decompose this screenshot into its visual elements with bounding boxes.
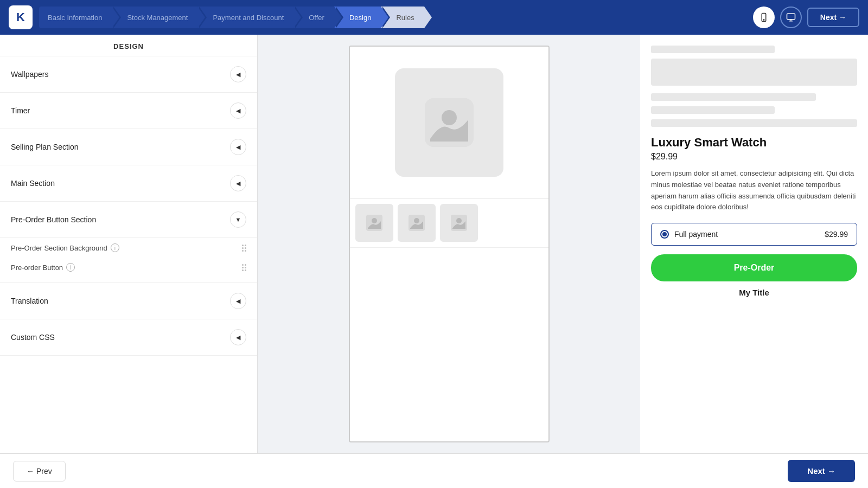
header-next-button[interactable]: Next → <box>807 8 859 27</box>
section-item-custom-css[interactable]: Custom CSS◀ <box>0 319 257 356</box>
section-toggle-timer[interactable]: ◀ <box>230 102 246 119</box>
right-panel: Luxury Smart Watch $29.99 Lorem ipsum do… <box>640 35 868 453</box>
section-toggle-wallpapers[interactable]: ◀ <box>230 66 246 82</box>
drag-handle-pre-order-section-background[interactable] <box>242 245 246 252</box>
nav-steps: Basic InformationStock ManagementPayment… <box>39 7 753 28</box>
section-toggle-pre-order-button-section[interactable]: ▼ <box>230 211 246 228</box>
logo-k: K <box>16 10 25 24</box>
logo-box: K <box>9 5 33 29</box>
sub-item-pre-order-button[interactable]: Pre-order Buttoni <box>11 258 246 277</box>
drag-handle-pre-order-button[interactable] <box>242 264 246 271</box>
section-label-wallpapers: Wallpapers <box>11 70 49 79</box>
thumbnail-3 <box>440 204 478 242</box>
product-price: $29.99 <box>651 152 857 162</box>
payment-option-box[interactable]: Full payment $29.99 <box>651 223 857 246</box>
sub-item-pre-order-section-background[interactable]: Pre-Order Section Backgroundi <box>11 238 246 258</box>
mobile-view-button[interactable] <box>753 7 775 28</box>
skeleton-3 <box>651 106 775 114</box>
sidebar-scroll[interactable]: Wallpapers◀Timer◀Selling Plan Section◀Ma… <box>0 56 257 453</box>
preorder-button-preview[interactable]: Pre-Order <box>651 254 857 281</box>
section-item-timer[interactable]: Timer◀ <box>0 93 257 129</box>
section-toggle-custom-css[interactable]: ◀ <box>230 329 246 345</box>
section-item-selling-plan-section[interactable]: Selling Plan Section◀ <box>0 129 257 165</box>
nav-step-payment-and-discount[interactable]: Payment and Discount <box>197 7 293 28</box>
section-item-translation[interactable]: Translation◀ <box>0 283 257 319</box>
nav-step-stock-management[interactable]: Stock Management <box>112 7 197 28</box>
preview-area <box>258 35 640 453</box>
payment-option-left: Full payment <box>660 230 718 239</box>
skeleton-2 <box>651 93 816 101</box>
design-sidebar: DESIGN Wallpapers◀Timer◀Selling Plan Sec… <box>0 35 258 453</box>
section-toggle-main-section[interactable]: ◀ <box>230 175 246 191</box>
info-icon-pre-order-section-background: i <box>111 243 119 252</box>
section-label-custom-css: Custom CSS <box>11 333 55 342</box>
desktop-view-button[interactable] <box>780 7 802 28</box>
section-label-main-section: Main Section <box>11 179 55 188</box>
svg-point-10 <box>414 218 419 223</box>
svg-point-12 <box>456 218 462 223</box>
svg-point-1 <box>763 20 764 21</box>
section-item-main-section[interactable]: Main Section◀ <box>0 165 257 202</box>
section-label-translation: Translation <box>11 297 48 305</box>
info-icon-pre-order-button: i <box>66 263 75 272</box>
sub-item-info-pre-order-section-background: Pre-Order Section Backgroundi <box>11 243 119 252</box>
skeleton-4 <box>651 119 857 127</box>
sidebar-title: DESIGN <box>0 35 257 56</box>
sub-item-info-pre-order-button: Pre-order Buttoni <box>11 263 75 272</box>
section-item-pre-order-button-section[interactable]: Pre-Order Button Section▼ <box>0 202 257 238</box>
section-label-pre-order-button-section: Pre-Order Button Section <box>11 215 96 224</box>
image-placeholder <box>395 68 503 177</box>
section-label-selling-plan-section: Selling Plan Section <box>11 143 79 151</box>
radio-button <box>660 230 669 239</box>
product-title: Luxury Smart Watch <box>651 136 857 150</box>
sub-items-pre-order-button-section: Pre-Order Section BackgroundiPre-order B… <box>0 238 257 283</box>
svg-point-6 <box>442 110 457 125</box>
sub-item-label-pre-order-section-background: Pre-Order Section Background <box>11 244 107 252</box>
bottom-bar: ← Prev Next → <box>0 453 868 488</box>
header-right: Next → <box>753 7 859 28</box>
app-header: K Basic InformationStock ManagementPayme… <box>0 0 868 35</box>
thumbnail-1 <box>355 204 393 242</box>
sub-item-label-pre-order-button: Pre-order Button <box>11 264 63 272</box>
next-button[interactable]: Next → <box>788 460 855 482</box>
product-image-main <box>350 47 548 198</box>
svg-rect-2 <box>787 14 795 20</box>
nav-step-basic-information[interactable]: Basic Information <box>39 7 112 28</box>
thumbnail-2 <box>398 204 436 242</box>
section-item-wallpapers[interactable]: Wallpapers◀ <box>0 56 257 93</box>
prev-button[interactable]: ← Prev <box>13 461 66 481</box>
skeleton-block-1 <box>651 59 857 86</box>
svg-point-8 <box>372 218 377 223</box>
skeleton-1 <box>651 46 775 53</box>
preview-frame <box>349 46 550 442</box>
thumbnail-row <box>350 198 548 248</box>
product-description: Lorem ipsum dolor sit amet, consectetur … <box>651 168 857 213</box>
payment-price: $29.99 <box>825 230 848 239</box>
payment-label: Full payment <box>674 230 718 239</box>
section-toggle-translation[interactable]: ◀ <box>230 293 246 309</box>
section-toggle-selling-plan-section[interactable]: ◀ <box>230 139 246 155</box>
section-label-timer: Timer <box>11 106 30 115</box>
my-title-preview: My Title <box>651 288 857 297</box>
